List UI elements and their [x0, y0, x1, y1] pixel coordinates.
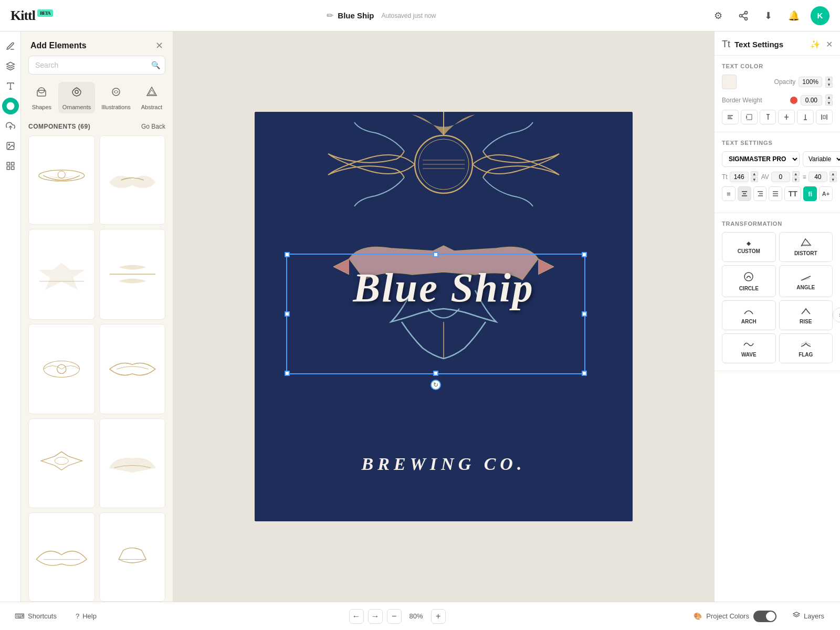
edit-icon[interactable]: ✏ [327, 10, 333, 20]
transform-circle-btn[interactable]: CIRCLE [722, 265, 776, 297]
project-colors-button[interactable]: 🎨 Project Colors [694, 611, 776, 622]
text-settings-label: TEXT SETTINGS [722, 140, 833, 146]
align-center-text-btn[interactable] [738, 186, 751, 201]
rail-elements-icon[interactable] [2, 98, 19, 114]
element-item[interactable] [99, 512, 166, 602]
transform-arch-btn[interactable]: ARCH [722, 300, 776, 330]
go-back-button[interactable]: Go Back [141, 123, 165, 130]
justify-text-btn[interactable] [769, 186, 782, 201]
opacity-value[interactable]: 100% [799, 77, 822, 87]
element-item[interactable] [99, 229, 166, 319]
panel-close-button[interactable]: ✕ [155, 41, 163, 50]
main-text[interactable]: Blue Ship [312, 264, 575, 311]
bold-text-btn[interactable]: TT [784, 186, 801, 201]
svg-point-23 [58, 171, 65, 178]
sparkle-icon[interactable]: ✨ [810, 39, 821, 49]
transform-distort-btn[interactable]: DISTORT [779, 232, 833, 262]
search-input[interactable] [28, 56, 165, 75]
autosaved-label: Autosaved just now [381, 12, 436, 19]
stepper-down[interactable]: ▼ [825, 82, 833, 88]
more-styles-btn[interactable]: A+ [819, 186, 833, 201]
align-bottom-btn[interactable] [797, 110, 814, 124]
rail-upload-icon[interactable] [2, 118, 19, 134]
settings-icon[interactable]: ⚙ [710, 7, 727, 24]
element-item[interactable] [99, 418, 166, 508]
element-item[interactable] [28, 418, 95, 508]
transform-wave-btn[interactable]: WAVE [722, 333, 776, 363]
transform-flag-btn[interactable]: FLAG [779, 333, 833, 363]
opacity-stepper[interactable]: ▲ ▼ [825, 77, 833, 88]
element-item[interactable] [99, 324, 166, 414]
rail-text-icon[interactable] [2, 78, 19, 94]
text-color-swatch[interactable] [722, 75, 737, 89]
shortcuts-button[interactable]: ⌨ Shortcuts [10, 609, 61, 623]
notifications-icon[interactable]: 🔔 [785, 7, 802, 24]
shapes-label: Shapes [32, 104, 51, 110]
rail-grid-icon[interactable] [2, 158, 19, 174]
font-size-stepper[interactable]: ▲ ▼ [751, 171, 758, 182]
stepper-up[interactable]: ▲ [825, 94, 833, 100]
align-top-btn[interactable] [760, 110, 776, 124]
font-family-select[interactable]: SIGNMASTER PRO [722, 151, 800, 167]
svg-point-19 [112, 88, 120, 96]
layers-button[interactable]: Layers [787, 608, 830, 624]
element-item[interactable] [28, 135, 95, 225]
ornaments-tab[interactable]: Ornaments [58, 82, 95, 113]
zoom-value[interactable]: 80% [406, 612, 427, 620]
canvas-wrapper: Blue Ship BREWING CO. ↻ [255, 112, 633, 521]
element-item[interactable] [28, 229, 95, 319]
font-weight-select[interactable]: Variable [803, 151, 840, 167]
align-left-btn[interactable] [722, 110, 739, 124]
rail-edit-icon[interactable] [2, 38, 19, 55]
stepper-down[interactable]: ▼ [830, 177, 837, 182]
zoom-controls: ← → − 80% + [349, 609, 446, 624]
stepper-down[interactable]: ▼ [792, 177, 800, 182]
download-icon[interactable]: ⬇ [760, 7, 777, 24]
toggle-knob [766, 612, 775, 621]
stepper-down[interactable]: ▼ [825, 100, 833, 106]
project-colors-toggle[interactable] [753, 611, 776, 622]
element-item[interactable] [28, 512, 95, 602]
transform-rise-btn[interactable]: RISE [779, 300, 833, 330]
stepper-up[interactable]: ▲ [751, 171, 758, 176]
border-color-swatch[interactable] [790, 97, 797, 104]
stepper-up[interactable]: ▲ [792, 171, 800, 176]
align-right-text-btn[interactable] [753, 186, 767, 201]
transform-angle-btn[interactable]: ANGLE [779, 265, 833, 297]
zoom-decrease-button[interactable]: − [387, 609, 402, 624]
shapes-tab[interactable]: Shapes [27, 82, 56, 113]
rp-close-button[interactable]: ✕ [826, 39, 833, 49]
element-item[interactable] [28, 324, 95, 414]
leading-value[interactable]: 40 [808, 172, 827, 182]
illustrations-label: Illustrations [101, 104, 131, 110]
ligatures-btn[interactable]: fi [803, 186, 817, 201]
align-center-v-btn[interactable] [778, 110, 795, 124]
share-icon[interactable] [735, 7, 752, 24]
font-size-value[interactable]: 146 [730, 172, 749, 182]
tracking-value[interactable]: 0 [771, 172, 790, 182]
abstract-tab[interactable]: Abstract [137, 82, 166, 113]
help-button[interactable]: ? Help [71, 609, 101, 623]
element-item[interactable] [99, 135, 166, 225]
zoom-arrow-right[interactable]: → [368, 609, 383, 624]
search-icon[interactable]: 🔍 [151, 61, 160, 69]
stepper-up[interactable]: ▲ [825, 77, 833, 82]
leading-stepper[interactable]: ▲ ▼ [830, 171, 837, 182]
border-stepper[interactable]: ▲ ▼ [825, 94, 833, 106]
rail-photo-icon[interactable] [2, 138, 19, 154]
align-right-btn[interactable] [741, 110, 758, 124]
illustrations-tab[interactable]: Illustrations [97, 82, 135, 113]
rail-layers-icon[interactable] [2, 58, 19, 75]
avatar[interactable]: K [811, 6, 830, 25]
stepper-down[interactable]: ▼ [751, 177, 758, 182]
transform-custom-btn[interactable]: ◈ CUSTOM [722, 232, 776, 262]
align-left-text-btn[interactable]: ≡ [722, 186, 736, 201]
zoom-increase-button[interactable]: + [431, 609, 446, 624]
canvas[interactable]: Blue Ship BREWING CO. ↻ [255, 112, 633, 521]
distribute-btn[interactable] [816, 110, 833, 124]
stepper-up[interactable]: ▲ [830, 171, 837, 176]
project-title[interactable]: Blue Ship [338, 11, 374, 20]
tracking-stepper[interactable]: ▲ ▼ [792, 171, 800, 182]
zoom-arrow-left[interactable]: ← [349, 609, 364, 624]
border-value[interactable]: 0.00 [801, 95, 822, 106]
